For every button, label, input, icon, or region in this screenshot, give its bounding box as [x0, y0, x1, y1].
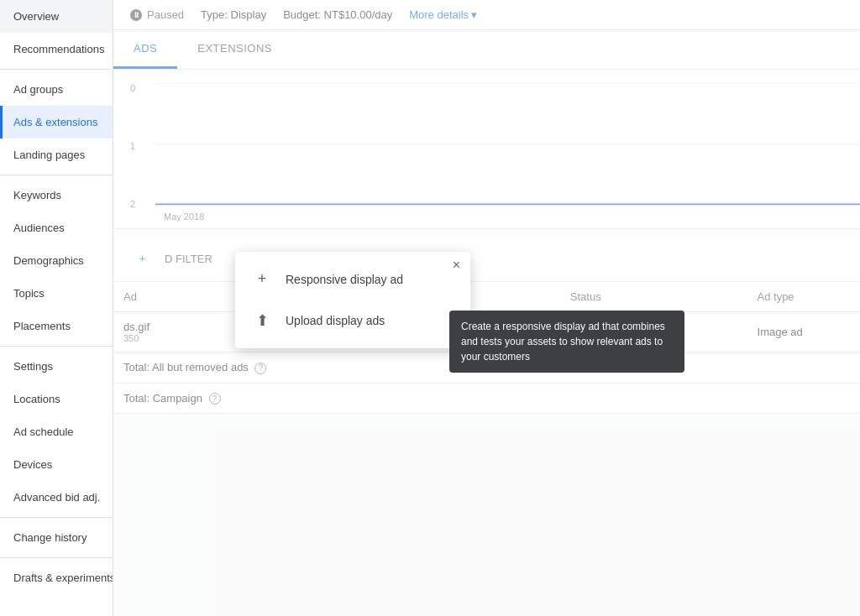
dropdown-item-responsive-label: Responsive display ad — [286, 273, 403, 286]
sidebar-item-advanced-bid[interactable]: Advanced bid adj. — [0, 481, 113, 514]
sidebar-item-keywords[interactable]: Keywords — [0, 179, 113, 211]
sidebar-item-topics[interactable]: Topics — [0, 277, 113, 310]
plus-icon: ＋ — [137, 251, 148, 266]
add-ad-dropdown: × + Responsive display ad ⬆ Upload displ… — [235, 252, 470, 348]
topbar: ⏸ Paused Type: Display Budget: NT$10.00/… — [113, 0, 860, 30]
help-icon-removed[interactable]: ? — [254, 363, 266, 374]
dropdown-item-upload-label: Upload display ads — [286, 314, 385, 327]
sidebar-item-ad-groups[interactable]: Ad groups — [0, 73, 113, 106]
sidebar-item-locations[interactable]: Locations — [0, 383, 113, 415]
dropdown-item-responsive[interactable]: + Responsive display ad — [235, 258, 470, 300]
campaign-status: ⏸ Paused — [130, 8, 184, 21]
status-label: Paused — [147, 8, 184, 21]
total-campaign-row: Total: Campaign ? — [113, 383, 860, 414]
sidebar-item-landing-pages[interactable]: Landing pages — [0, 138, 113, 171]
sidebar-item-ads-extensions[interactable]: Ads & extensions — [0, 106, 113, 138]
col-ad-type: Ad type — [747, 282, 860, 312]
ad-type-cell: Image ad — [747, 312, 860, 352]
sidebar-item-change-history[interactable]: Change history — [0, 521, 113, 554]
plus-icon: + — [252, 270, 272, 288]
sidebar-item-demographics[interactable]: Demographics — [0, 244, 113, 277]
chevron-down-icon: ▾ — [471, 8, 477, 21]
sidebar-item-drafts-experiments[interactable]: Drafts & experiments — [0, 561, 113, 594]
sidebar-item-overview[interactable]: Overview — [0, 0, 113, 33]
sidebar-item-settings[interactable]: Settings — [0, 350, 113, 383]
sidebar-item-recommendations[interactable]: Recommendations — [0, 33, 113, 65]
tab-ads[interactable]: ADS — [113, 30, 177, 69]
more-details-button[interactable]: More details ▾ — [409, 8, 477, 21]
chart-svg — [155, 83, 860, 206]
y-label-0: 0 — [130, 83, 135, 93]
sidebar-item-ad-schedule[interactable]: Ad schedule — [0, 415, 113, 448]
help-icon-campaign[interactable]: ? — [209, 393, 221, 405]
col-status: Status — [560, 282, 747, 312]
chart-area: 2 1 0 May 2018 — [113, 70, 860, 229]
sidebar-item-audiences[interactable]: Audiences — [0, 211, 113, 244]
sidebar-item-devices[interactable]: Devices — [0, 448, 113, 481]
chart-x-label: May 2018 — [164, 211, 204, 222]
dropdown-item-upload[interactable]: ⬆ Upload display ads — [235, 300, 470, 342]
tooltip-text: Create a responsive display ad that comb… — [461, 321, 665, 363]
chart-y-labels: 2 1 0 — [130, 83, 135, 209]
table-toolbar: ＋ D FILTER — [113, 236, 860, 282]
sidebar-item-placements[interactable]: Placements — [0, 310, 113, 342]
dropdown-close-button[interactable]: × — [453, 258, 460, 272]
total-campaign-label: Total: Campaign ? — [113, 383, 394, 414]
tab-bar: ADS EXTENSIONS — [113, 30, 860, 70]
paused-icon: ⏸ — [130, 9, 142, 21]
add-ad-button[interactable]: ＋ — [130, 246, 155, 271]
sidebar: Overview Recommendations Ad groups Ads &… — [0, 0, 113, 616]
tab-extensions[interactable]: EXTENSIONS — [177, 30, 292, 69]
total-removed-label: Total: All but removed ads ? — [113, 352, 394, 384]
y-label-1: 1 — [130, 141, 135, 151]
filter-label: D FILTER — [165, 253, 212, 265]
y-label-2: 2 — [130, 199, 135, 209]
upload-icon: ⬆ — [252, 311, 272, 330]
campaign-type: Type: Display — [201, 8, 266, 21]
main-content: ⏸ Paused Type: Display Budget: NT$10.00/… — [113, 0, 860, 616]
campaign-budget: Budget: NT$10.00/day — [283, 8, 392, 21]
tooltip-box: Create a responsive display ad that comb… — [449, 311, 684, 373]
